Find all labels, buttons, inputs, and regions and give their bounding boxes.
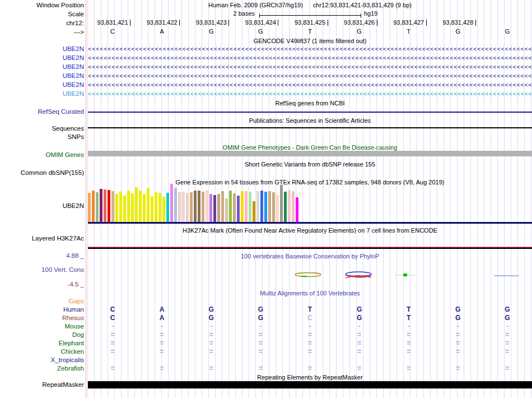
- gtex-tissue-bar[interactable]: [155, 192, 157, 222]
- gtex-tissue-bar[interactable]: [272, 192, 275, 222]
- gtex-tissue-bar[interactable]: [221, 191, 224, 222]
- gtex-tissue-bar[interactable]: [237, 196, 240, 222]
- gtex-tissue-bar[interactable]: [253, 201, 255, 222]
- multiz-species-label[interactable]: Zebrafish: [0, 364, 84, 372]
- gtex-tissue-bar[interactable]: [206, 190, 208, 222]
- multiz-aligned-base: =: [236, 365, 285, 372]
- gtex-tissue-bar[interactable]: [151, 196, 153, 222]
- gtex-tissue-bar[interactable]: [292, 191, 295, 222]
- gencode-transcript-label[interactable]: UBE2N: [0, 63, 84, 71]
- gtex-tissue-bar[interactable]: [280, 185, 283, 222]
- gtex-tissue-bar[interactable]: [88, 193, 91, 222]
- gtex-tissue-bar[interactable]: [288, 190, 291, 222]
- gtex-tissue-bar[interactable]: [194, 191, 197, 222]
- refseq-curated-gene-line[interactable]: [88, 112, 532, 113]
- gtex-tissue-bar[interactable]: [190, 192, 193, 222]
- gtex-tissue-bar[interactable]: [284, 192, 287, 222]
- gencode-transcript-line[interactable]: <<<<<<<<<<<<<<<<<<<<<<<<<<<<<<<<<<<<<<<<…: [88, 63, 532, 71]
- gtex-tissue-bar[interactable]: [182, 192, 185, 222]
- multiz-species-label[interactable]: Mouse: [0, 322, 84, 330]
- multiz-aligned-base: =: [335, 331, 384, 339]
- multiz-aligned-base: -: [335, 323, 384, 330]
- sequences-label[interactable]: Sequences: [0, 124, 84, 132]
- gencode-transcript-line[interactable]: <<<<<<<<<<<<<<<<<<<<<<<<<<<<<<<<<<<<<<<<…: [88, 81, 532, 89]
- multiz-species-label[interactable]: Rhesus: [0, 314, 84, 322]
- gtex-tissue-bar[interactable]: [158, 193, 161, 222]
- gencode-transcript-line[interactable]: <<<<<<<<<<<<<<<<<<<<<<<<<<<<<<<<<<<<<<<<…: [88, 72, 532, 80]
- gtex-tissue-bar[interactable]: [147, 188, 150, 222]
- gtex-tissue-bar[interactable]: [174, 188, 177, 222]
- multiz-species-label[interactable]: Elephant: [0, 339, 84, 347]
- omim-gene-bar[interactable]: [88, 151, 532, 156]
- gtex-tissue-bar[interactable]: [178, 192, 181, 222]
- gtex-gene-model-line[interactable]: [88, 222, 532, 224]
- gtex-tissue-bar[interactable]: [123, 196, 126, 222]
- gtex-tissue-bar[interactable]: [143, 194, 146, 222]
- gtex-tissue-bar[interactable]: [225, 198, 228, 222]
- gtex-tissue-bar[interactable]: [100, 189, 102, 222]
- multiz-aligned-base: =: [88, 331, 137, 339]
- gtex-tissue-bar[interactable]: [139, 191, 142, 222]
- gtex-tissue-bar[interactable]: [135, 187, 138, 222]
- repeatmasker-label[interactable]: RepeatMasker: [0, 381, 84, 388]
- gtex-tissue-bar[interactable]: [166, 193, 169, 222]
- gtex-tissue-bar[interactable]: [245, 191, 248, 222]
- gtex-tissue-bar[interactable]: [119, 192, 122, 222]
- gtex-tissue-bar[interactable]: [268, 191, 271, 222]
- conservation-wiggle-marks[interactable]: [88, 269, 532, 283]
- omim-genes-label[interactable]: OMIM Genes: [0, 151, 84, 159]
- gtex-tissue-bar[interactable]: [115, 194, 118, 222]
- multiz-species-label[interactable]: Human: [0, 306, 84, 313]
- gtex-tissue-bar[interactable]: [170, 184, 173, 222]
- repeatmasker-track-header: Repeating Elements by RepeatMasker: [88, 373, 532, 381]
- gtex-tissue-bar[interactable]: [264, 192, 267, 222]
- multiz-species-label[interactable]: Dog: [0, 331, 84, 339]
- gtex-tissue-bar[interactable]: [96, 192, 99, 222]
- gtex-tissue-bar[interactable]: [233, 193, 236, 222]
- gencode-transcript-line[interactable]: <<<<<<<<<<<<<<<<<<<<<<<<<<<<<<<<<<<<<<<<…: [88, 90, 532, 98]
- gtex-tissue-bar[interactable]: [276, 195, 279, 222]
- gtex-tissue-bar[interactable]: [131, 193, 134, 222]
- gtex-tissue-bar[interactable]: [202, 192, 204, 222]
- multiz-species-label[interactable]: X_tropicalis: [0, 356, 84, 364]
- gtex-tissue-bar[interactable]: [104, 189, 106, 222]
- gencode-transcript-line[interactable]: <<<<<<<<<<<<<<<<<<<<<<<<<<<<<<<<<<<<<<<<…: [88, 45, 532, 53]
- conservation-track-label[interactable]: 100 Vert. Cons: [0, 266, 84, 274]
- gencode-transcript-label[interactable]: UBE2N: [0, 45, 84, 53]
- gtex-tissue-bar[interactable]: [186, 193, 189, 222]
- common-dbsnp-label[interactable]: Common dbSNP(155): [0, 169, 84, 177]
- refseq-curated-label[interactable]: RefSeq Curated: [0, 108, 84, 115]
- gtex-tissue-bar[interactable]: [108, 190, 110, 222]
- gtex-tissue-bar[interactable]: [111, 191, 114, 222]
- multiz-aligned-base: T: [285, 306, 334, 313]
- gtex-tissue-bar[interactable]: [260, 191, 263, 222]
- gtex-tissue-bar[interactable]: [213, 195, 216, 222]
- gtex-tissue-bar[interactable]: [92, 191, 95, 222]
- layered-h3k27ac-label[interactable]: Layered H3K27Ac: [0, 234, 84, 242]
- position-tick: [475, 20, 476, 26]
- multiz-species-label[interactable]: Chicken: [0, 348, 84, 355]
- gencode-transcript-line[interactable]: <<<<<<<<<<<<<<<<<<<<<<<<<<<<<<<<<<<<<<<<…: [88, 54, 532, 62]
- multiz-species-label[interactable]: Gaps: [0, 297, 84, 305]
- gtex-tissue-bar[interactable]: [249, 192, 251, 222]
- conservation-track-header: 100 vertebrates Basewise Conservation by…: [88, 252, 532, 260]
- gtex-tissue-bar[interactable]: [198, 191, 200, 222]
- gtex-tissue-bar[interactable]: [127, 191, 130, 222]
- gtex-tissue-bar[interactable]: [256, 191, 259, 222]
- h3k27ac-track-header: H3K27Ac Mark (Often Found Near Active Re…: [88, 226, 532, 234]
- gtex-tissue-bar[interactable]: [229, 191, 232, 222]
- sequences-item-line[interactable]: [88, 127, 532, 128]
- gtex-tissue-bar[interactable]: [217, 194, 220, 222]
- repeatmasker-element-bar[interactable]: [88, 381, 532, 388]
- gtex-tissue-bar[interactable]: [162, 197, 165, 222]
- gtex-tissue-bar[interactable]: [296, 197, 298, 222]
- gtex-tissue-bar[interactable]: [209, 194, 212, 222]
- gtex-gene-label[interactable]: UBE2N: [0, 202, 84, 210]
- gencode-transcript-label[interactable]: UBE2N: [0, 81, 84, 89]
- gtex-tissue-bar[interactable]: [241, 191, 244, 222]
- snps-label[interactable]: SNPs: [0, 133, 84, 141]
- h3k27ac-signal-line-black[interactable]: [88, 248, 532, 249]
- gencode-transcript-label[interactable]: UBE2N: [0, 90, 84, 98]
- gencode-transcript-label[interactable]: UBE2N: [0, 72, 84, 80]
- gencode-transcript-label[interactable]: UBE2N: [0, 54, 84, 62]
